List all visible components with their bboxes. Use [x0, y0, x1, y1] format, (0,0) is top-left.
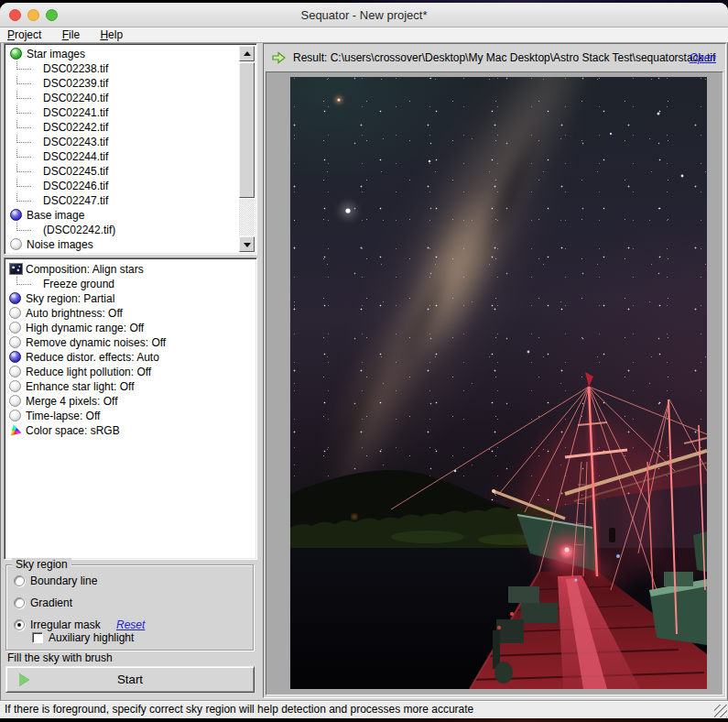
- blue-sphere-icon: [9, 351, 21, 363]
- gray-sphere-icon: [9, 366, 21, 377]
- menu-bar: Project File Help: [0, 27, 728, 43]
- tree-item-file[interactable]: (DSC02242.tif): [6, 223, 255, 237]
- status-text: If there is foreground, specify correct …: [5, 703, 473, 716]
- tree-item-file[interactable]: DSC02238.tif: [6, 61, 255, 76]
- start-button[interactable]: Start: [5, 666, 255, 693]
- result-preview-image[interactable]: [290, 77, 707, 689]
- scroll-up-button[interactable]: [239, 46, 255, 61]
- radio-irregular-mask[interactable]: Irregular mask Reset: [14, 618, 145, 631]
- blue-sphere-icon: [10, 209, 22, 221]
- result-path-text: Result: C:\users\crossover\Desktop\My Ma…: [293, 51, 715, 64]
- tree-branch-icon: [16, 61, 31, 70]
- result-bar: Result: C:\users\crossover\Desktop\My Ma…: [267, 47, 722, 69]
- scrollbar-track[interactable]: [239, 199, 255, 235]
- title-bar[interactable]: Sequator - New project*: [0, 3, 728, 27]
- radio-selected-icon[interactable]: [14, 619, 25, 630]
- radio-icon[interactable]: [14, 575, 25, 586]
- play-icon: [19, 673, 29, 686]
- tree-group-star-images[interactable]: Star images: [6, 47, 255, 61]
- sky-region-groupbox: Sky region Boundary line Gradient Irregu…: [5, 564, 254, 651]
- tree-branch-icon: [16, 120, 31, 128]
- tree-group-noise-images[interactable]: Noise images: [6, 237, 255, 252]
- checkbox-auxiliary-highlight[interactable]: Auxiliary highlight: [32, 631, 134, 644]
- tree-branch-icon: [16, 135, 31, 143]
- reset-link[interactable]: Reset: [116, 618, 145, 631]
- sequator-window: Sequator - New project* Project File Hel…: [0, 3, 728, 718]
- option-remove-dynamic-noises[interactable]: Remove dynamic noises: Off: [6, 335, 255, 350]
- option-auto-brightness[interactable]: Auto brightness: Off: [6, 306, 255, 321]
- checkbox-icon[interactable]: [32, 632, 43, 643]
- file-tree-panel: Star images DSC02238.tif DSC02239.tif DS…: [4, 43, 257, 255]
- tree-branch-icon: [16, 179, 31, 187]
- arrow-down-icon: [244, 243, 251, 247]
- tree-item-file[interactable]: DSC02244.tif: [6, 149, 255, 164]
- color-gamut-icon: [9, 424, 22, 436]
- radio-gradient[interactable]: Gradient: [14, 596, 72, 609]
- tree-branch-icon: [16, 91, 31, 99]
- option-reduce-light-pollution[interactable]: Reduce light pollution: Off: [6, 365, 255, 379]
- tree-item-file[interactable]: DSC02239.tif: [6, 76, 255, 91]
- gray-sphere-icon: [9, 307, 21, 319]
- tree-item-file[interactable]: DSC02240.tif: [6, 91, 255, 105]
- tree-scrollbar[interactable]: [239, 46, 255, 252]
- image-matte-area: [266, 71, 723, 695]
- foreground-scene: [290, 77, 707, 689]
- menu-help[interactable]: Help: [100, 27, 129, 41]
- scroll-down-button[interactable]: [239, 236, 255, 252]
- option-freeze-ground[interactable]: Freeze ground: [6, 277, 255, 291]
- arrow-up-icon: [244, 51, 251, 56]
- option-merge-4-pixels[interactable]: Merge 4 pixels: Off: [6, 394, 255, 409]
- green-sphere-icon: [10, 48, 22, 60]
- gray-sphere-icon: [9, 336, 21, 348]
- resize-grip[interactable]: [714, 705, 727, 717]
- gray-sphere-icon: [9, 395, 21, 407]
- radio-boundary-line[interactable]: Boundary line: [14, 574, 97, 587]
- option-reduce-distortion[interactable]: Reduce distor. effects: Auto: [6, 350, 255, 365]
- gray-sphere-icon: [10, 238, 22, 250]
- gray-sphere-icon: [9, 410, 21, 421]
- option-composition[interactable]: Composition: Align stars: [6, 262, 255, 277]
- groupbox-title: Sky region: [12, 558, 71, 571]
- tree-group-base-image[interactable]: Base image: [6, 208, 255, 223]
- tree-branch-icon: [16, 149, 31, 158]
- tree-item-file[interactable]: DSC02246.tif: [6, 179, 255, 193]
- option-color-space[interactable]: Color space: sRGB: [6, 423, 255, 438]
- option-time-lapse[interactable]: Time-lapse: Off: [6, 409, 255, 423]
- tree-branch-icon: [16, 223, 31, 231]
- open-link[interactable]: Open: [690, 47, 716, 69]
- tree-item-file[interactable]: DSC02241.tif: [6, 105, 255, 120]
- tree-branch-icon: [16, 193, 31, 202]
- gray-sphere-icon: [9, 380, 21, 392]
- tree-item-file[interactable]: DSC02245.tif: [6, 164, 255, 179]
- tree-item-file[interactable]: DSC02243.tif: [6, 135, 255, 149]
- tree-item-file[interactable]: DSC02242.tif: [6, 120, 255, 135]
- tree-branch-icon: [16, 277, 31, 285]
- tree-branch-icon: [16, 76, 31, 84]
- preview-panel: Result: C:\users\crossover\Desktop\My Ma…: [263, 43, 726, 698]
- option-sky-region[interactable]: Sky region: Partial: [6, 291, 255, 306]
- tree-branch-icon: [16, 164, 31, 172]
- option-enhance-star-light[interactable]: Enhance star light: Off: [6, 379, 255, 394]
- gray-sphere-icon: [9, 322, 21, 334]
- options-panel: Composition: Align stars Freeze ground S…: [4, 257, 257, 560]
- tree-item-file[interactable]: DSC02247.tif: [6, 193, 255, 208]
- green-arrow-icon: [271, 50, 287, 65]
- menu-project[interactable]: Project: [7, 27, 48, 41]
- brush-hint-label: Fill the sky with brush: [7, 651, 113, 664]
- radio-icon[interactable]: [14, 597, 25, 608]
- option-hdr[interactable]: High dynamic range: Off: [6, 321, 255, 335]
- status-bar: If there is foreground, specify correct …: [0, 700, 728, 718]
- tree-branch-icon: [16, 105, 31, 114]
- window-title: Sequator - New project*: [0, 8, 728, 22]
- blue-sphere-icon: [9, 292, 21, 304]
- menu-file[interactable]: File: [62, 27, 86, 41]
- scrollbar-thumb[interactable]: [239, 62, 255, 198]
- composition-icon: [9, 263, 23, 275]
